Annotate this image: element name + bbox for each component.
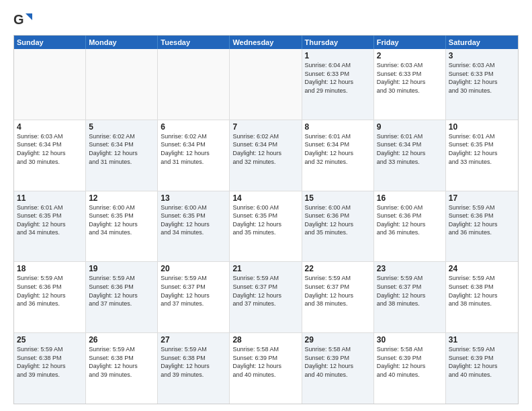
cell-info: Sunrise: 6:00 AMSunset: 6:36 PMDaylight:…: [305, 203, 371, 237]
svg-marker-1: [26, 13, 32, 20]
calendar-cell-empty-0-2: [158, 49, 230, 120]
cell-info: Sunrise: 6:02 AMSunset: 6:34 PMDaylight:…: [89, 132, 154, 166]
cell-info: Sunrise: 6:03 AMSunset: 6:34 PMDaylight:…: [17, 132, 83, 166]
cell-info: Sunrise: 5:59 AMSunset: 6:39 PMDaylight:…: [449, 345, 515, 379]
header-day-friday: Friday: [374, 36, 446, 49]
header-day-saturday: Saturday: [446, 36, 518, 49]
day-number: 7: [232, 122, 298, 132]
cell-info: Sunrise: 6:03 AMSunset: 6:33 PMDaylight:…: [449, 61, 515, 95]
cell-info: Sunrise: 5:59 AMSunset: 6:37 PMDaylight:…: [161, 274, 226, 308]
day-number: 9: [377, 122, 443, 132]
calendar-row-0: 1Sunrise: 6:04 AMSunset: 6:33 PMDaylight…: [14, 49, 518, 120]
day-number: 3: [449, 51, 515, 60]
header-day-wednesday: Wednesday: [230, 36, 302, 49]
calendar-cell-day-8: 8Sunrise: 6:01 AMSunset: 6:34 PMDaylight…: [302, 120, 374, 191]
calendar-cell-day-15: 15Sunrise: 6:00 AMSunset: 6:36 PMDayligh…: [302, 191, 374, 262]
calendar-cell-day-2: 2Sunrise: 6:03 AMSunset: 6:33 PMDaylight…: [374, 49, 446, 120]
header: G: [13, 11, 519, 30]
day-number: 25: [17, 335, 83, 345]
calendar-row-3: 18Sunrise: 5:59 AMSunset: 6:36 PMDayligh…: [14, 262, 518, 333]
cell-info: Sunrise: 6:03 AMSunset: 6:33 PMDaylight:…: [377, 61, 443, 95]
calendar-cell-day-31: 31Sunrise: 5:59 AMSunset: 6:39 PMDayligh…: [446, 333, 518, 404]
cell-info: Sunrise: 6:02 AMSunset: 6:34 PMDaylight:…: [232, 132, 298, 166]
header-day-tuesday: Tuesday: [158, 36, 230, 49]
calendar-cell-day-30: 30Sunrise: 5:58 AMSunset: 6:39 PMDayligh…: [374, 333, 446, 404]
calendar-cell-day-6: 6Sunrise: 6:02 AMSunset: 6:34 PMDaylight…: [158, 120, 230, 191]
logo: G: [13, 11, 34, 30]
cell-info: Sunrise: 5:58 AMSunset: 6:39 PMDaylight:…: [377, 345, 443, 379]
calendar-cell-day-19: 19Sunrise: 5:59 AMSunset: 6:36 PMDayligh…: [86, 262, 158, 332]
cell-info: Sunrise: 5:59 AMSunset: 6:36 PMDaylight:…: [17, 274, 83, 308]
day-number: 24: [449, 264, 515, 273]
calendar-cell-day-10: 10Sunrise: 6:01 AMSunset: 6:35 PMDayligh…: [446, 120, 518, 191]
day-number: 28: [232, 335, 298, 345]
cell-info: Sunrise: 5:59 AMSunset: 6:38 PMDaylight:…: [449, 274, 515, 308]
cell-info: Sunrise: 6:02 AMSunset: 6:34 PMDaylight:…: [161, 132, 226, 166]
cell-info: Sunrise: 5:59 AMSunset: 6:36 PMDaylight:…: [89, 274, 154, 308]
calendar-cell-day-20: 20Sunrise: 5:59 AMSunset: 6:37 PMDayligh…: [158, 262, 230, 332]
calendar-cell-day-5: 5Sunrise: 6:02 AMSunset: 6:34 PMDaylight…: [86, 120, 158, 191]
header-day-thursday: Thursday: [302, 36, 374, 49]
calendar-cell-day-24: 24Sunrise: 5:59 AMSunset: 6:38 PMDayligh…: [446, 262, 518, 332]
calendar-cell-day-29: 29Sunrise: 5:58 AMSunset: 6:39 PMDayligh…: [302, 333, 374, 404]
day-number: 14: [232, 193, 298, 203]
day-number: 19: [89, 264, 154, 273]
cell-info: Sunrise: 6:01 AMSunset: 6:35 PMDaylight:…: [17, 203, 83, 237]
calendar-cell-day-23: 23Sunrise: 5:59 AMSunset: 6:37 PMDayligh…: [374, 262, 446, 332]
day-number: 18: [17, 264, 83, 273]
day-number: 6: [161, 122, 226, 132]
calendar-cell-day-4: 4Sunrise: 6:03 AMSunset: 6:34 PMDaylight…: [14, 120, 86, 191]
day-number: 21: [232, 264, 298, 273]
day-number: 17: [449, 193, 515, 203]
calendar-cell-day-14: 14Sunrise: 6:00 AMSunset: 6:35 PMDayligh…: [230, 191, 302, 262]
calendar-cell-day-13: 13Sunrise: 6:00 AMSunset: 6:35 PMDayligh…: [158, 191, 230, 262]
cell-info: Sunrise: 5:59 AMSunset: 6:38 PMDaylight:…: [161, 345, 226, 379]
cell-info: Sunrise: 6:00 AMSunset: 6:36 PMDaylight:…: [377, 203, 443, 237]
day-number: 26: [89, 335, 154, 345]
cell-info: Sunrise: 5:58 AMSunset: 6:39 PMDaylight:…: [305, 345, 371, 379]
cell-info: Sunrise: 5:59 AMSunset: 6:37 PMDaylight:…: [232, 274, 298, 308]
calendar-cell-day-27: 27Sunrise: 5:59 AMSunset: 6:38 PMDayligh…: [158, 333, 230, 404]
cell-info: Sunrise: 5:58 AMSunset: 6:39 PMDaylight:…: [232, 345, 298, 379]
cell-info: Sunrise: 5:59 AMSunset: 6:37 PMDaylight:…: [377, 274, 443, 308]
cell-info: Sunrise: 6:04 AMSunset: 6:33 PMDaylight:…: [305, 61, 371, 95]
day-number: 1: [305, 51, 371, 60]
cell-info: Sunrise: 6:00 AMSunset: 6:35 PMDaylight:…: [161, 203, 226, 237]
calendar: SundayMondayTuesdayWednesdayThursdayFrid…: [13, 35, 519, 404]
day-number: 2: [377, 51, 443, 60]
day-number: 4: [17, 122, 83, 132]
cell-info: Sunrise: 5:59 AMSunset: 6:38 PMDaylight:…: [89, 345, 154, 379]
day-number: 10: [449, 122, 515, 132]
calendar-header: SundayMondayTuesdayWednesdayThursdayFrid…: [14, 36, 518, 49]
header-day-sunday: Sunday: [14, 36, 86, 49]
cell-info: Sunrise: 5:59 AMSunset: 6:38 PMDaylight:…: [17, 345, 83, 379]
calendar-cell-day-25: 25Sunrise: 5:59 AMSunset: 6:38 PMDayligh…: [14, 333, 86, 404]
calendar-cell-empty-0-1: [86, 49, 158, 120]
day-number: 29: [305, 335, 371, 345]
calendar-row-4: 25Sunrise: 5:59 AMSunset: 6:38 PMDayligh…: [14, 333, 518, 404]
calendar-cell-day-11: 11Sunrise: 6:01 AMSunset: 6:35 PMDayligh…: [14, 191, 86, 262]
cell-info: Sunrise: 5:59 AMSunset: 6:36 PMDaylight:…: [449, 203, 515, 237]
day-number: 27: [161, 335, 226, 345]
cell-info: Sunrise: 6:01 AMSunset: 6:35 PMDaylight:…: [449, 132, 515, 166]
day-number: 12: [89, 193, 154, 203]
calendar-cell-day-16: 16Sunrise: 6:00 AMSunset: 6:36 PMDayligh…: [374, 191, 446, 262]
calendar-cell-day-18: 18Sunrise: 5:59 AMSunset: 6:36 PMDayligh…: [14, 262, 86, 332]
day-number: 13: [161, 193, 226, 203]
calendar-cell-day-1: 1Sunrise: 6:04 AMSunset: 6:33 PMDaylight…: [302, 49, 374, 120]
calendar-cell-day-17: 17Sunrise: 5:59 AMSunset: 6:36 PMDayligh…: [446, 191, 518, 262]
calendar-cell-day-26: 26Sunrise: 5:59 AMSunset: 6:38 PMDayligh…: [86, 333, 158, 404]
day-number: 15: [305, 193, 371, 203]
calendar-cell-day-28: 28Sunrise: 5:58 AMSunset: 6:39 PMDayligh…: [230, 333, 302, 404]
day-number: 31: [449, 335, 515, 345]
cell-info: Sunrise: 6:01 AMSunset: 6:34 PMDaylight:…: [377, 132, 443, 166]
day-number: 5: [89, 122, 154, 132]
calendar-cell-day-21: 21Sunrise: 5:59 AMSunset: 6:37 PMDayligh…: [230, 262, 302, 332]
svg-text:G: G: [13, 12, 24, 27]
day-number: 11: [17, 193, 83, 203]
day-number: 23: [377, 264, 443, 273]
calendar-cell-day-7: 7Sunrise: 6:02 AMSunset: 6:34 PMDaylight…: [230, 120, 302, 191]
page: G SundayMondayTuesdayWednesdayThursdayFr…: [0, 0, 532, 411]
calendar-cell-empty-0-3: [230, 49, 302, 120]
calendar-cell-day-12: 12Sunrise: 6:00 AMSunset: 6:35 PMDayligh…: [86, 191, 158, 262]
